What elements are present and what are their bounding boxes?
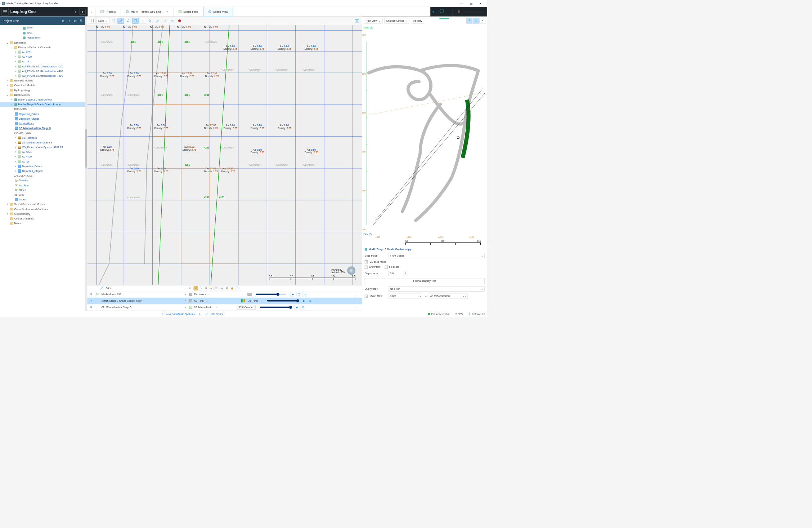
tree-item-auppm-4501[interactable]: ›AU_PPM in 02.Mineralisation: 4501: [0, 74, 87, 78]
opacity-slider[interactable]: [256, 294, 286, 295]
enclose-dropdown[interactable]: Enclose Object⌄: [384, 18, 409, 24]
filter-icon-2[interactable]: ◇: [199, 286, 203, 290]
tree-item-au4400[interactable]: ›Au 4400: [0, 54, 87, 59]
row-menu-icon[interactable]: ⋮: [356, 300, 360, 302]
square-icon[interactable]: ▢: [296, 292, 301, 297]
tab-close-icon[interactable]: ✕: [166, 10, 169, 13]
value-max-input[interactable]: 49.69549300000▲▼: [429, 294, 468, 299]
tree-item-marlin-s3[interactable]: ›Marlin Stage 3 Grade Control: [0, 97, 87, 102]
tree-item-e-deps[interactable]: ›Depletion_Stopes: [0, 169, 87, 173]
swatch[interactable]: [248, 293, 252, 296]
tree-item-4201[interactable]: 4201: [0, 31, 87, 35]
rotate-tool-icon[interactable]: [125, 18, 131, 24]
scene-viewport[interactable]: Density: 2.75 Density: 2.75 Density: 2.7…: [87, 25, 362, 285]
opacity-slider[interactable]: [260, 307, 290, 308]
tree-scroll-thumb[interactable]: [85, 129, 87, 168]
tree-item-depletion-stopes[interactable]: Depletion_Stopes: [0, 116, 87, 121]
checkbox-2d-slice[interactable]: [365, 260, 368, 263]
filter-icon-7[interactable]: ▦: [225, 286, 229, 290]
scene-row-gradecontrol[interactable]: 👁 Marlin Stage 3 Grade Control copy ✕ Au…: [87, 298, 362, 304]
central-icon[interactable]: [440, 9, 449, 15]
branch-icon[interactable]: [430, 9, 435, 14]
link-icon[interactable]: ↗: [235, 286, 239, 290]
gap-input[interactable]: 0.0▲▼: [389, 271, 408, 276]
tree-item-numeric-models[interactable]: ›Numeric Models: [0, 78, 87, 83]
user-menu[interactable]: Rachel Murtagh: [457, 10, 483, 14]
tree-item-e-min-s3[interactable]: ›02. Mineralisation Stage 3: [0, 140, 87, 145]
tree-item-marlin-s3-copy[interactable]: ⌄Marlin Stage 3 Grade Control copy: [0, 102, 87, 107]
tree-item-block-models[interactable]: ⌄Block Models: [0, 93, 87, 97]
tree-item-geochemistry[interactable]: ›Geochemistry: [0, 212, 87, 216]
look-dropdown[interactable]: Look⌄: [97, 18, 109, 24]
tree-item-notes[interactable]: Notes: [0, 221, 87, 226]
play-icon[interactable]: ▶: [302, 298, 306, 303]
tree-item-c-mined[interactable]: Mined: [0, 188, 87, 192]
tree-item-depletion-drives[interactable]: Depletion_Drives: [0, 112, 87, 116]
scene-item-close-icon[interactable]: ✕: [184, 293, 187, 296]
tree-item-c-aufinal[interactable]: Au_Final: [0, 183, 87, 188]
tree-item-vokr[interactable]: ›VO_Kr, Au in Vein System: 4201 P1: [0, 145, 87, 150]
project-tree[interactable]: 4202 4201 <Unknown> ⌄Estimation ⌄Diamond…: [0, 25, 87, 311]
visibility-toggle-icon[interactable]: 👁: [89, 300, 93, 302]
scene-colour-picker[interactable]: Au_Final⌄: [189, 300, 235, 302]
tree-item-hydrogeology[interactable]: Hydrogeology: [0, 88, 87, 93]
tree-item-cross-sections[interactable]: Cross Sections and Contours: [0, 207, 87, 212]
grip-icon[interactable]: ⋮⋮: [89, 18, 95, 24]
edit-tool-icon[interactable]: [154, 18, 161, 24]
tree-item-unknown[interactable]: <Unknown>: [0, 35, 87, 40]
row-menu-icon[interactable]: ⋮: [356, 293, 360, 296]
erase-tool-icon[interactable]: [169, 18, 175, 24]
axes-icon[interactable]: [199, 312, 202, 315]
code-status[interactable]: <No Code>: [206, 312, 224, 315]
maximize-button[interactable]: ▭: [466, 0, 476, 6]
tab-projects[interactable]: Projects: [96, 7, 121, 16]
tree-item-au4201[interactable]: ›Au 4201: [0, 50, 87, 54]
tree-item-e-au4201[interactable]: ›Au 4201: [0, 150, 87, 154]
tab-sceneview[interactable]: Scene View: [203, 7, 233, 16]
opacity-slider[interactable]: [267, 300, 297, 302]
tree-item-min-stage3[interactable]: 02. Mineralisation Stage 3: [0, 126, 87, 130]
camera-icon[interactable]: [354, 18, 360, 24]
close-button[interactable]: ✕: [476, 0, 485, 6]
lock-icon[interactable]: 🔒: [230, 286, 234, 290]
play-icon[interactable]: ▶: [290, 292, 295, 297]
tree-item-estimation[interactable]: ⌄Estimation: [0, 40, 87, 45]
value-min-input[interactable]: 0.001▲▼: [389, 294, 423, 299]
zscale-control[interactable]: Z-Scale 1.0: [468, 312, 485, 315]
tree-scrollbar[interactable]: [85, 17, 87, 311]
tree-item-lodes[interactable]: Lodes: [0, 197, 87, 202]
camera-mode-icon[interactable]: ◎: [473, 18, 479, 24]
row-menu-icon[interactable]: ⋮: [356, 306, 360, 309]
visibility-button[interactable]: Visibility: [411, 18, 424, 24]
mini-viewport[interactable]: North (Y) Elev (Z): [362, 25, 487, 246]
tree-item-auppm-4400[interactable]: ›AU_PPM in 02.Mineralisation: 4400: [0, 69, 87, 74]
settings-icon[interactable]: ✕: [479, 18, 485, 24]
checkbox-show-text[interactable]: [365, 266, 368, 269]
checkbox-value-filter[interactable]: [365, 295, 368, 298]
visibility-toggle-icon[interactable]: 👁: [89, 293, 93, 296]
scene-row-drives[interactable]: 👁 Marlin drives 899 ✕ Flat colour⌄ ▶▢▷ ⋮: [87, 291, 362, 298]
brand-chevron-icon[interactable]: ❯: [73, 10, 77, 13]
tabs-dropdown-button[interactable]: ⌄: [88, 7, 96, 16]
slicer-close-icon[interactable]: ✕: [188, 287, 192, 290]
pen-tool-icon[interactable]: [117, 18, 124, 24]
tab-scenefiles[interactable]: Scene Files: [174, 7, 203, 16]
tree-item-saved-scenes[interactable]: ›Saved Scenes and Movies: [0, 202, 87, 207]
tree-item-c-density[interactable]: Density: [0, 178, 87, 183]
tree-search-icon[interactable]: 🔍: [78, 18, 85, 24]
slice-mode-dropdown[interactable]: From Scene⌄: [389, 253, 485, 258]
tree-item-auok[interactable]: ›Au_ok: [0, 59, 87, 64]
compass-icon[interactable]: N: [347, 266, 355, 275]
coord-system[interactable]: <No Coordinate System>: [162, 312, 195, 315]
grid-icon[interactable]: ⊞: [308, 298, 313, 303]
scene-row-mineralisation[interactable]: 👁 02. Mineralisation Stage 3 ✕ 02. Miner…: [87, 304, 362, 311]
plane-tool-icon[interactable]: [132, 18, 139, 24]
tree-item-e-hostrock[interactable]: ›01.HostRock: [0, 136, 87, 140]
query-filter-dropdown[interactable]: No Filter⌄: [389, 286, 485, 291]
slicer-mode-icon[interactable]: ✎: [466, 18, 472, 24]
tab-document[interactable]: Marlin Training Geo and… ✕: [121, 7, 173, 16]
play-outline-icon[interactable]: ▷: [302, 292, 307, 297]
tree-item-combined-models[interactable]: ›Combined Models: [0, 83, 87, 88]
edit-colours-button[interactable]: Edit Colours: [237, 305, 256, 310]
plane-dropdown-icon[interactable]: ⌄: [140, 18, 146, 24]
